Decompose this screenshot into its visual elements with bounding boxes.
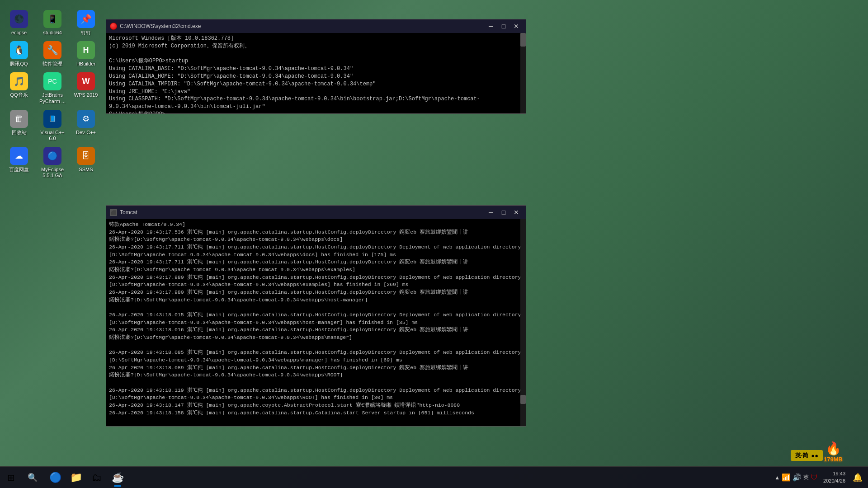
tomcat-close-button[interactable]: ✕: [510, 207, 522, 217]
taskbar-time-display: 19:43: [823, 470, 845, 477]
tomcat-line-18: 26-Apr-2020 19:43:18.119 淇℃伅 [main] org.…: [109, 387, 523, 402]
icon-label-softmgr: 软件管理: [42, 61, 62, 67]
icon-baidupan[interactable]: ☁ 百度网盘: [4, 145, 34, 180]
icon-qqmusic[interactable]: 🎵 QQ音乐: [4, 70, 34, 106]
tomcat-titlebar-left: ⬛ Tomcat: [110, 209, 137, 216]
tomcat-line-4: 26-Apr-2020 19:43:17.711 淇℃伅 [main] org.…: [109, 258, 523, 266]
tomcat-line-version: 铸款Apache Tomcat/9.0.34]: [109, 221, 523, 229]
volume-icon: 🔊: [793, 473, 802, 482]
cmd-window-buttons: ─ □ ✕: [485, 21, 522, 31]
cmd-close-button[interactable]: ✕: [510, 21, 522, 31]
tomcat-scrollbar-thumb[interactable]: [520, 395, 526, 404]
cmd-title: C:\WINDOWS\system32\cmd.exe: [120, 23, 201, 29]
cmd-line-1: Microsoft Windows [版本 10.0.18362.778]: [109, 35, 523, 42]
cmd-line-5: Using CATALINA_BASE: "D:\SoftMgr\apache-…: [109, 65, 523, 73]
icon-ssms[interactable]: 🗄 SSMS: [71, 145, 101, 180]
folder-icon: 📁: [70, 472, 82, 483]
tomcat-line-7: 26-Apr-2020 19:43:17.980 淇℃伅 [main] org.…: [109, 289, 523, 296]
tomcat-line-2: 鍩扮泫褰?[D:\SoftMgr\apache-tomcat-9.0.34\ap…: [109, 236, 523, 244]
java-icon: ☕: [112, 472, 124, 483]
icon-label-studio64: studio64: [43, 30, 62, 36]
antivirus-icon: 🛡: [811, 474, 818, 482]
cmd-line-3: [109, 50, 523, 58]
cmd-line-4: C:\Users\振华OPPO>startup: [109, 57, 523, 65]
icon-visualcpp[interactable]: 📘 Visual C++ 6.0: [37, 108, 68, 143]
memory-value: 179MB: [824, 456, 843, 463]
start-button[interactable]: ⊞: [0, 467, 22, 488]
icon-label-baidupan: 百度网盘: [9, 167, 29, 173]
icon-myeclipse[interactable]: 🔵 MyEclipse 5.5.1 GA: [37, 145, 68, 180]
ime-taskbar-label[interactable]: 英: [803, 474, 809, 481]
icon-label-eclipse: eclipse: [11, 30, 27, 36]
tomcat-line-1: 26-Apr-2020 19:43:17.536 淇℃伅 [main] org.…: [109, 229, 523, 236]
icon-devcpp[interactable]: ⚙ Dev-C++: [71, 108, 101, 143]
icon-jetbrains[interactable]: PC JetBrains PyCharm ...: [37, 70, 68, 106]
cmd-line-7: Using CATALINA_TMPDIR: "D:\SoftMgr\apach…: [109, 80, 523, 88]
desktop-icons: 🌑 eclipse 📱 studio64 📌 钉钉 🐧 腾讯QQ 🔧 软件管理 …: [0, 5, 106, 184]
icon-label-wps: WPS 2019: [74, 92, 98, 98]
icon-label-visualcpp: Visual C++ 6.0: [39, 130, 66, 141]
cmd-scrollbar-thumb[interactable]: [520, 33, 526, 47]
taskbar-cortana[interactable]: 🔵: [45, 468, 65, 488]
icon-tencentqq[interactable]: 🐧 腾讯QQ: [4, 39, 34, 69]
tomcat-titlebar: ⬛ Tomcat ─ □ ✕: [106, 206, 526, 219]
tomcat-line-12: 鍩扮泫褰?[D:\SoftMgr\apache-tomcat-9.0.34\ap…: [109, 334, 523, 342]
search-icon: 🔍: [28, 473, 38, 483]
tomcat-window: ⬛ Tomcat ─ □ ✕ 铸款Apache Tomcat/9.0.34] 2…: [106, 205, 526, 427]
up-arrow-icon[interactable]: ▲: [774, 474, 780, 481]
icon-recycle[interactable]: 🗑 回收站: [4, 108, 34, 143]
tomcat-icon: ⬛: [110, 209, 117, 216]
tomcat-line-5: 鍩扮泫褰?[D:\SoftMgr\apache-tomcat-9.0.34\ap…: [109, 266, 523, 274]
icon-softmgr[interactable]: 🔧 软件管理: [37, 39, 68, 69]
tomcat-maximize-button[interactable]: □: [498, 207, 509, 217]
icon-label-recycle: 回收站: [12, 130, 27, 136]
taskbar-date-display: 2020/4/26: [823, 478, 845, 484]
icon-label-dingding: 钉钉: [81, 30, 91, 36]
icon-wps[interactable]: W WPS 2019: [71, 70, 101, 106]
icon-eclipse[interactable]: 🌑 eclipse: [4, 8, 34, 38]
icon-hbuilder[interactable]: H HBuilder: [71, 39, 101, 69]
taskbar-fileexplorer[interactable]: 📁: [66, 468, 86, 488]
ime-bar[interactable]: 英·简 ●●: [791, 450, 823, 461]
tomcat-line-11: 26-Apr-2020 19:43:18.016 淇℃伅 [main] org.…: [109, 326, 523, 334]
cmd-line-2: (c) 2019 Microsoft Corporation。保留所有权利。: [109, 42, 523, 50]
network-icon: 📶: [782, 473, 791, 482]
icon-label-devcpp: Dev-C++: [76, 130, 96, 136]
tomcat-line-3: 26-Apr-2020 19:43:17.711 淇℃伅 [main] org.…: [109, 244, 523, 258]
cmd-minimize-button[interactable]: ─: [485, 21, 497, 31]
icon-label-hbuilder: HBuilder: [76, 61, 95, 67]
cmd-titlebar-left: C:\WINDOWS\system32\cmd.exe: [110, 23, 201, 30]
cmd-line-8: Using JRE_HOME: "E:\java": [109, 88, 523, 96]
tomcat-line-8: 鍩扮泫褰?[D:\SoftMgr\apache-tomcat-9.0.34\ap…: [109, 296, 523, 304]
tomcat-line-10: 26-Apr-2020 19:43:18.015 淇℃伅 [main] org.…: [109, 311, 523, 326]
icon-studio64[interactable]: 📱 studio64: [37, 8, 68, 38]
cmd-maximize-button[interactable]: □: [498, 21, 509, 31]
windows-logo-icon: ⊞: [7, 472, 15, 483]
cmd-icon: [110, 23, 117, 30]
taskbar-filemanager[interactable]: 🗂: [87, 468, 107, 488]
icon-label-jetbrains: JetBrains PyCharm ...: [39, 92, 66, 104]
tomcat-line-17: [109, 379, 523, 387]
tomcat-line-14: 26-Apr-2020 19:43:18.085 淇℃伅 [main] org.…: [109, 349, 523, 364]
cmd-content: Microsoft Windows [版本 10.0.18362.778] (c…: [106, 33, 526, 113]
taskbar-clock: 19:43 2020/4/26: [820, 470, 849, 484]
tomcat-line-6: 26-Apr-2020 19:43:17.980 淇℃伅 [main] org.…: [109, 274, 523, 289]
cmd-line-9: Using CLASSPATH: "D:\SoftMgr\apache-tomc…: [109, 95, 523, 111]
ime-eyes: ●●: [811, 452, 818, 459]
ime-text: 英·简: [795, 451, 809, 460]
tomcat-line-15: 26-Apr-2020 19:43:18.089 淇℃伅 [main] org.…: [109, 364, 523, 372]
cortana-icon: 🔵: [49, 472, 61, 483]
tomcat-scrollbar[interactable]: [520, 219, 526, 426]
cmd-line-10: C:\Users\振华OPPO>: [109, 111, 523, 113]
tomcat-minimize-button[interactable]: ─: [485, 207, 497, 217]
icon-dingding[interactable]: 📌 钉钉: [71, 8, 101, 38]
taskbar-java[interactable]: ☕: [108, 468, 127, 488]
taskbar-right: ▲ 📶 🔊 英 🛡 19:43 2020/4/26 🔔: [774, 470, 868, 484]
notification-button[interactable]: 🔔: [851, 471, 864, 484]
taskbar-search-button[interactable]: 🔍: [22, 467, 43, 488]
cmd-scrollbar[interactable]: [520, 33, 526, 113]
cmd-window: C:\WINDOWS\system32\cmd.exe ─ □ ✕ Micros…: [106, 19, 526, 114]
memory-flame-icon: 🔥: [826, 441, 841, 456]
taskbar: ⊞ 🔍 🔵 📁 🗂 ☕ ▲ 📶 🔊 英 🛡 1: [0, 466, 868, 488]
taskbar-apps: 🔵 📁 🗂 ☕: [45, 468, 127, 488]
